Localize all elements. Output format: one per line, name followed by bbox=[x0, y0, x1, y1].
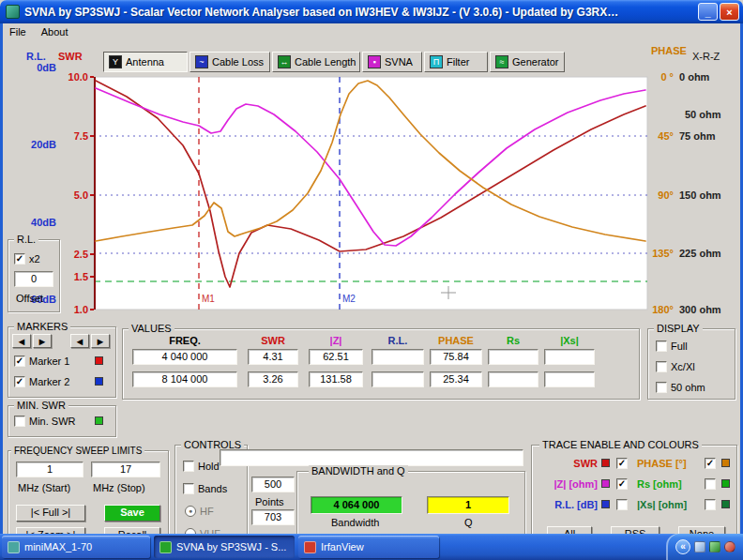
sweep-start-field[interactable]: 1 bbox=[16, 462, 83, 477]
desktop: SVNA by SP3SWJ - Scalar Vector Network A… bbox=[0, 0, 743, 560]
trace-phase-checkbox[interactable]: ✓ bbox=[705, 458, 716, 469]
taskbar-item-svna[interactable]: SVNA by SP3SWJ - S... bbox=[154, 536, 295, 558]
marker1-next-button[interactable]: ► bbox=[33, 334, 52, 348]
menu-about[interactable]: About bbox=[35, 25, 75, 38]
m2-z-field[interactable]: 131.58 bbox=[309, 371, 363, 387]
points-alt-field[interactable]: 703 bbox=[251, 509, 295, 525]
m2-xs-field[interactable] bbox=[544, 371, 595, 387]
tab-cable-loss[interactable]: ~ Cable Loss bbox=[190, 52, 270, 72]
display-xcxl-checkbox[interactable] bbox=[656, 361, 667, 372]
m1-freq-field[interactable]: 4 040 000 bbox=[132, 349, 237, 365]
filter-icon: Π bbox=[430, 55, 443, 68]
rl-tick-0db: 0dB bbox=[21, 62, 56, 73]
bandwidth-group-title: BANDWIDTH and Q bbox=[309, 465, 408, 477]
tab-cable-length[interactable]: ↔ Cable Length bbox=[272, 52, 360, 72]
tab-filter[interactable]: Π Filter bbox=[424, 52, 488, 72]
min-swr-checkbox[interactable] bbox=[14, 416, 25, 427]
deg-tick-0: 0 ° bbox=[649, 71, 674, 83]
x2-checkbox[interactable]: ✓ bbox=[14, 253, 25, 265]
display-tray-icon[interactable] bbox=[694, 541, 705, 552]
save-button[interactable]: Save bbox=[104, 505, 160, 522]
sweep-start-label: MHz (Start) bbox=[18, 482, 70, 493]
status-tray-icon[interactable] bbox=[724, 541, 735, 552]
values-panel-title: VALUES bbox=[129, 323, 174, 335]
trace-rl-checkbox[interactable] bbox=[616, 499, 628, 510]
taskbar-item-irfanview[interactable]: IrfanView bbox=[298, 536, 439, 558]
hf-label: HF bbox=[200, 506, 214, 517]
m1-rl-field[interactable] bbox=[372, 349, 424, 365]
taskbar-item-minimax-label: miniMAX_1-70 bbox=[24, 541, 92, 552]
antenna-icon: Y bbox=[109, 55, 122, 68]
cable-loss-icon: ~ bbox=[195, 55, 208, 68]
trace-rl-label: R.L. [dB] bbox=[536, 499, 598, 510]
trace-rs-checkbox[interactable] bbox=[705, 478, 716, 490]
q-field[interactable]: 1 bbox=[427, 496, 509, 514]
full-span-button[interactable]: |< Full >| bbox=[16, 505, 85, 522]
bands-checkbox[interactable] bbox=[183, 483, 194, 494]
trace-phase-swatch[interactable] bbox=[721, 459, 730, 467]
m2-phase-field[interactable]: 25.34 bbox=[430, 371, 482, 387]
menu-file[interactable]: File bbox=[3, 25, 33, 38]
display-full-checkbox[interactable] bbox=[656, 341, 667, 352]
hide-icons-button[interactable]: « bbox=[675, 539, 690, 554]
tab-generator[interactable]: ≈ Generator bbox=[490, 52, 565, 72]
display-xcxl-label: Xc/Xl bbox=[671, 361, 695, 372]
bandwidth-field[interactable]: 4 064 000 bbox=[311, 496, 402, 514]
m1-z-field[interactable]: 62.51 bbox=[309, 349, 363, 365]
deg-tick-45: 45° bbox=[649, 130, 674, 142]
minimize-button[interactable]: _ bbox=[698, 3, 718, 21]
m2-freq-field[interactable]: 8 104 000 bbox=[132, 371, 237, 387]
trace-z-swatch[interactable] bbox=[601, 479, 610, 488]
m2-rs-field[interactable] bbox=[488, 371, 538, 387]
sweep-chart[interactable]: M1M2 bbox=[90, 75, 649, 311]
m1-swr-field[interactable]: 4.31 bbox=[248, 349, 298, 365]
taskbar-item-minimax[interactable]: miniMAX_1-70 bbox=[2, 536, 150, 558]
m1-rs-field[interactable] bbox=[488, 349, 538, 365]
marker2-checkbox[interactable]: ✓ bbox=[14, 376, 25, 387]
shield-tray-icon[interactable] bbox=[709, 541, 720, 552]
tab-antenna-label: Antenna bbox=[126, 56, 164, 68]
tab-svna[interactable]: ▪ SVNA bbox=[362, 52, 422, 72]
marker1-prev-button[interactable]: ◄ bbox=[12, 334, 31, 348]
m1-phase-field[interactable]: 75.84 bbox=[430, 349, 482, 365]
m2-swr-field[interactable]: 3.26 bbox=[248, 371, 298, 387]
window-title: SVNA by SP3SWJ - Scalar Vector Network A… bbox=[24, 6, 696, 19]
marker2-next-button[interactable]: ► bbox=[91, 334, 110, 348]
close-button[interactable]: × bbox=[720, 3, 739, 21]
marker2-prev-button[interactable]: ◄ bbox=[70, 334, 89, 348]
swr-tick-7-5: 7.5 bbox=[56, 130, 88, 142]
points-label: Points bbox=[255, 496, 284, 507]
menubar: File About bbox=[3, 23, 740, 39]
rl-offset-field[interactable]: 0 bbox=[14, 271, 53, 287]
sweep-limits-title: FREQUENCY SWEEP LIMITS bbox=[11, 445, 144, 457]
trace-xs-checkbox[interactable] bbox=[705, 499, 716, 510]
m2-rl-field[interactable] bbox=[372, 371, 424, 387]
sweep-stop-field[interactable]: 17 bbox=[91, 462, 160, 477]
titlebar[interactable]: SVNA by SP3SWJ - Scalar Vector Network A… bbox=[0, 0, 743, 23]
markers-group-title: MARKERS bbox=[14, 321, 70, 333]
trace-rs-swatch[interactable] bbox=[721, 479, 730, 488]
taskbar-item-irfanview-label: IrfanView bbox=[321, 541, 364, 552]
trace-rl-swatch[interactable] bbox=[601, 500, 610, 508]
points-field[interactable]: 500 bbox=[251, 477, 295, 492]
hf-radio[interactable]: ● bbox=[185, 506, 196, 517]
trace-xs-swatch[interactable] bbox=[721, 500, 730, 508]
tab-antenna[interactable]: Y Antenna bbox=[103, 52, 188, 72]
command-input[interactable] bbox=[220, 449, 523, 466]
display-full-label: Full bbox=[671, 341, 688, 352]
deg-tick-180: 180° bbox=[649, 304, 674, 315]
trace-swr-swatch[interactable] bbox=[601, 459, 610, 467]
m1-xs-field[interactable] bbox=[544, 349, 595, 365]
values-header-rs: Rs bbox=[488, 335, 538, 346]
marker1-checkbox[interactable]: ✓ bbox=[14, 356, 25, 367]
trace-z-checkbox[interactable]: ✓ bbox=[616, 478, 628, 490]
swr-tick-10: 10.0 bbox=[56, 71, 88, 83]
hold-checkbox[interactable] bbox=[183, 461, 194, 472]
tab-cable-loss-label: Cable Loss bbox=[212, 56, 264, 68]
trace-swr-checkbox[interactable]: ✓ bbox=[616, 458, 628, 469]
sweep-stop-label: MHz (Stop) bbox=[93, 482, 145, 493]
rl-axis-label: R.L. bbox=[26, 51, 46, 62]
swr-tick-2-5: 2.5 bbox=[56, 249, 88, 260]
display-50ohm-checkbox[interactable] bbox=[656, 382, 667, 393]
bands-label: Bands bbox=[198, 483, 227, 494]
